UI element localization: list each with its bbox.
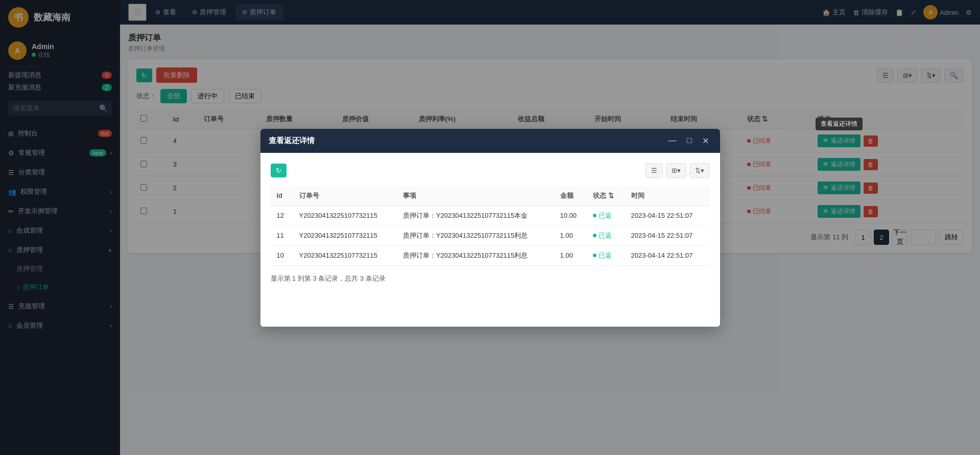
modal-table-row: 12 Y20230413225107732115 质押订单：Y202304132… <box>271 206 710 225</box>
modal-cell-order-no: Y20230413225107732115 <box>293 245 397 265</box>
modal-toolbar: ↻ ☰ ⊞▾ ⇅▾ <box>271 163 710 178</box>
modal-footer-info: 显示第 1 到第 3 条记录，总共 3 条记录 <box>271 274 710 283</box>
modal-col-status: 状态 ⇅ <box>587 186 625 206</box>
modal-close-button[interactable]: ✕ <box>699 135 712 147</box>
modal-grid-view-button[interactable]: ⊞▾ <box>666 163 686 178</box>
modal-refresh-button[interactable]: ↻ <box>271 164 286 177</box>
modal-cell-matter: 质押订单：Y20230413225107732115利息 <box>397 245 554 265</box>
modal-cell-time: 2023-04-14 22:51:07 <box>625 245 710 265</box>
modal-cell-matter: 质押订单：Y20230413225107732115本金 <box>397 206 554 225</box>
modal-table: Id 订单号 事项 金额 状态 ⇅ 时间 12 Y202304132251077… <box>271 186 710 266</box>
modal-overlay[interactable]: 查看返还详情 — □ ✕ ↻ ☰ ⊞▾ ⇅▾ Id 订单号 <box>0 0 980 455</box>
modal-cell-time: 2023-04-15 22:51:07 <box>625 225 710 245</box>
modal-cell-amount: 1.00 <box>554 225 587 245</box>
modal-table-row: 10 Y20230413225107732115 质押订单：Y202304132… <box>271 245 710 265</box>
modal-cell-id: 10 <box>271 245 293 265</box>
modal-table-body: 12 Y20230413225107732115 质押订单：Y202304132… <box>271 206 710 265</box>
modal-controls: — □ ✕ <box>665 135 712 147</box>
modal-col-matter: 事项 <box>397 186 554 206</box>
modal-cell-matter: 质押订单：Y20230413225107732115利息 <box>397 225 554 245</box>
modal-col-amount: 金额 <box>554 186 587 206</box>
return-detail-modal: 查看返还详情 — □ ✕ ↻ ☰ ⊞▾ ⇅▾ Id 订单号 <box>260 129 720 327</box>
modal-cell-amount: 10.00 <box>554 206 587 225</box>
modal-toolbar-right: ☰ ⊞▾ ⇅▾ <box>646 163 710 178</box>
modal-cell-time: 2023-04-15 22:51:07 <box>625 206 710 225</box>
modal-body: ↻ ☰ ⊞▾ ⇅▾ Id 订单号 事项 金额 状态 ⇅ 时间 <box>260 153 720 327</box>
modal-cell-id: 11 <box>271 225 293 245</box>
modal-col-id: Id <box>271 186 293 206</box>
modal-cell-status: 已返 <box>587 206 625 225</box>
modal-cell-status: 已返 <box>587 245 625 265</box>
modal-cell-order-no: Y20230413225107732115 <box>293 225 397 245</box>
modal-cell-id: 12 <box>271 206 293 225</box>
modal-col-time: 时间 <box>625 186 710 206</box>
modal-col-order-no: 订单号 <box>293 186 397 206</box>
modal-maximize-button[interactable]: □ <box>684 135 695 146</box>
modal-table-row: 11 Y20230413225107732115 质押订单：Y202304132… <box>271 225 710 245</box>
modal-cell-order-no: Y20230413225107732115 <box>293 206 397 225</box>
modal-cell-amount: 1.00 <box>554 245 587 265</box>
modal-table-header: Id 订单号 事项 金额 状态 ⇅ 时间 <box>271 186 710 206</box>
modal-filter-button[interactable]: ⇅▾ <box>689 163 710 178</box>
modal-minimize-button[interactable]: — <box>665 135 680 146</box>
modal-cell-status: 已返 <box>587 225 625 245</box>
modal-header: 查看返还详情 — □ ✕ <box>260 129 720 153</box>
modal-title: 查看返还详情 <box>269 136 315 146</box>
modal-table-view-button[interactable]: ☰ <box>646 163 663 178</box>
